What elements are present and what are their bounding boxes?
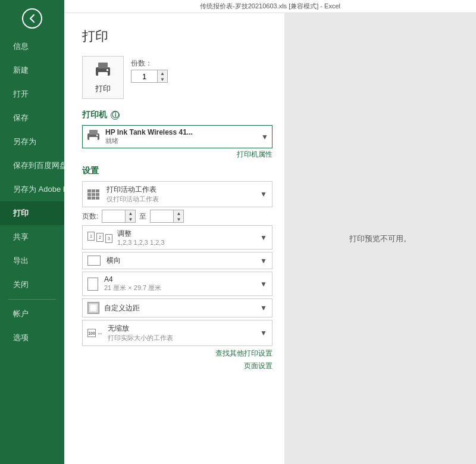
copies-spin: ▲ ▼ bbox=[158, 70, 168, 83]
settings-section-title: 设置 bbox=[82, 166, 273, 176]
printer-icon-large bbox=[93, 61, 112, 82]
paper-text: A4 21 厘米 × 29.7 厘米 bbox=[104, 275, 260, 292]
paper-dropdown-arrow: ▼ bbox=[260, 280, 267, 288]
page-setup-link[interactable]: 页面设置 bbox=[244, 362, 273, 370]
copies-row: 份数： ▲ ▼ bbox=[131, 56, 168, 83]
settings-panel: 打印 打印 份数： bbox=[64, 13, 284, 464]
sidebar-item-new[interactable]: 新建 bbox=[0, 58, 64, 82]
sidebar-item-saveas[interactable]: 另存为 bbox=[0, 130, 64, 154]
link-row: 查找其他打印设置 bbox=[82, 348, 273, 359]
pages-row: 页数: ▲ ▼ 至 ▲ ▼ bbox=[82, 210, 273, 223]
paper-icon bbox=[87, 278, 99, 291]
preview-unavailable-text: 打印预览不可用。 bbox=[349, 233, 411, 244]
printer-properties-link[interactable]: 打印机属性 bbox=[82, 150, 273, 160]
orientation-dropdown[interactable]: 横向 ▼ bbox=[82, 252, 273, 269]
pages-to-label: 至 bbox=[139, 211, 146, 222]
svg-rect-6 bbox=[89, 137, 98, 141]
sidebar-item-saveadobe[interactable]: 另存为 Adobe PDF bbox=[0, 177, 64, 201]
back-button[interactable] bbox=[0, 0, 64, 35]
pages-from-down[interactable]: ▼ bbox=[126, 216, 135, 222]
printer-icon-small bbox=[86, 129, 101, 145]
printer-status: 就绪 bbox=[105, 136, 259, 145]
printer-section-title: 打印机 ⓘ bbox=[82, 110, 273, 120]
margin-dropdown-arrow: ▼ bbox=[260, 304, 267, 312]
worksheet-dropdown[interactable]: 打印活动工作表 仅打印活动工作表 ▼ bbox=[82, 181, 273, 207]
margin-dropdown[interactable]: 自定义边距 ▼ bbox=[82, 298, 273, 317]
scale-dropdown[interactable]: 100 ↔ 无缩放 打印实际大小的工作表 ▼ bbox=[82, 320, 273, 346]
copies-input[interactable] bbox=[131, 70, 158, 83]
scale-text: 无缩放 打印实际大小的工作表 bbox=[108, 323, 260, 342]
orientation-text: 横向 bbox=[107, 256, 260, 266]
sidebar: 信息 新建 打开 保存 另存为 保存到百度网盘 另存为 Adobe PDF 打印… bbox=[0, 0, 64, 464]
worksheet-dropdown-arrow: ▼ bbox=[260, 190, 267, 198]
back-circle-icon bbox=[22, 8, 42, 29]
printer-selector[interactable]: HP Ink Tank Wireless 41... 就绪 ▼ bbox=[82, 125, 273, 148]
print-btn-row: 打印 份数： ▲ ▼ bbox=[82, 56, 273, 99]
collate-dropdown-arrow: ▼ bbox=[260, 233, 267, 242]
print-btn-label: 打印 bbox=[95, 83, 111, 94]
worksheet-text: 打印活动工作表 仅打印活动工作表 bbox=[107, 185, 260, 204]
svg-rect-2 bbox=[98, 72, 108, 77]
margin-icon bbox=[87, 302, 99, 314]
copies-label: 份数： bbox=[131, 58, 168, 68]
worksheet-icon bbox=[87, 189, 102, 200]
print-area: 打印 打印 份数： bbox=[64, 13, 476, 464]
copies-down-btn[interactable]: ▼ bbox=[158, 76, 167, 82]
sidebar-item-save[interactable]: 保存 bbox=[0, 106, 64, 130]
orientation-dropdown-arrow: ▼ bbox=[260, 257, 267, 265]
scale-dropdown-arrow: ▼ bbox=[260, 329, 267, 337]
pages-from-up[interactable]: ▲ bbox=[126, 210, 135, 216]
pages-to-wrap: ▲ ▼ bbox=[150, 210, 184, 223]
titlebar-text: 传统报价表-罗技20210603.xls [兼容模式] - Excel bbox=[200, 2, 340, 11]
sidebar-item-close[interactable]: 关闭 bbox=[0, 273, 64, 297]
pages-from-spin: ▲ ▼ bbox=[126, 210, 136, 223]
pages-label: 页数: bbox=[82, 211, 98, 222]
info-icon[interactable]: ⓘ bbox=[111, 111, 120, 120]
collate-text: 调整 1,2,3 1,2,3 1,2,3 bbox=[117, 229, 260, 246]
pages-from-wrap: ▲ ▼ bbox=[102, 210, 136, 223]
pages-to-input[interactable] bbox=[150, 210, 174, 223]
titlebar: 传统报价表-罗技20210603.xls [兼容模式] - Excel bbox=[64, 0, 476, 13]
sidebar-item-account[interactable]: 帐户 bbox=[0, 302, 64, 326]
pages-to-up[interactable]: ▲ bbox=[174, 210, 183, 216]
main-panel: 传统报价表-罗技20210603.xls [兼容模式] - Excel 打印 bbox=[64, 0, 476, 464]
pages-from-input[interactable] bbox=[102, 210, 126, 223]
margin-text: 自定义边距 bbox=[104, 303, 260, 313]
printer-info: HP Ink Tank Wireless 41... 就绪 bbox=[105, 128, 259, 145]
find-other-link[interactable]: 查找其他打印设置 bbox=[215, 349, 273, 357]
paper-dropdown[interactable]: A4 21 厘米 × 29.7 厘米 ▼ bbox=[82, 272, 273, 296]
orientation-icon bbox=[87, 256, 102, 266]
sidebar-item-savebaidu[interactable]: 保存到百度网盘 bbox=[0, 154, 64, 177]
copies-up-btn[interactable]: ▲ bbox=[158, 70, 167, 76]
preview-panel: 打印预览不可用。 bbox=[284, 13, 476, 464]
svg-rect-3 bbox=[107, 69, 108, 71]
pages-to-spin: ▲ ▼ bbox=[174, 210, 184, 223]
nav-divider bbox=[8, 299, 56, 300]
sidebar-item-export[interactable]: 导出 bbox=[0, 249, 64, 273]
copies-input-wrap: ▲ ▼ bbox=[131, 70, 168, 83]
page-title: 打印 bbox=[82, 27, 273, 45]
sidebar-item-options[interactable]: 选项 bbox=[0, 326, 64, 350]
svg-rect-7 bbox=[96, 135, 98, 136]
pages-to-down[interactable]: ▼ bbox=[174, 216, 183, 222]
sidebar-item-share[interactable]: 共享 bbox=[0, 225, 64, 249]
sidebar-item-open[interactable]: 打开 bbox=[0, 82, 64, 106]
print-button[interactable]: 打印 bbox=[82, 56, 124, 99]
page-setup-link-row: 页面设置 bbox=[82, 361, 273, 371]
printer-name: HP Ink Tank Wireless 41... bbox=[105, 128, 259, 136]
svg-rect-1 bbox=[98, 63, 108, 68]
sidebar-item-print[interactable]: 打印 bbox=[0, 201, 64, 225]
collate-icon: 1 2 3 bbox=[87, 232, 112, 243]
printer-dropdown-arrow: ▼ bbox=[261, 133, 268, 141]
sidebar-item-info[interactable]: 信息 bbox=[0, 35, 64, 58]
collate-dropdown[interactable]: 1 2 3 调整 1,2,3 1,2,3 1,2,3 ▼ bbox=[82, 225, 273, 250]
scale-icon: 100 ↔ bbox=[87, 329, 103, 337]
svg-rect-5 bbox=[89, 130, 98, 135]
